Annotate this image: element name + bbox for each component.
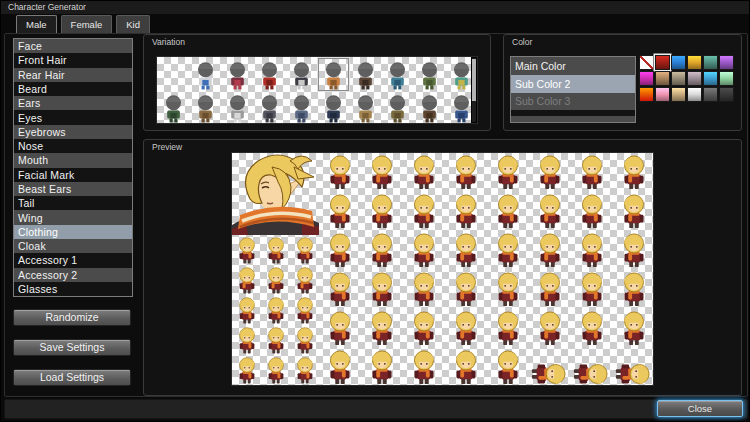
variation-item[interactable]: [350, 58, 381, 91]
walk-sprite: [292, 267, 318, 295]
part-item-wing[interactable]: Wing: [14, 210, 132, 224]
palette-swatch[interactable]: [671, 87, 686, 102]
part-item-nose[interactable]: Nose: [14, 139, 132, 153]
load-settings-button[interactable]: Load Settings: [13, 369, 131, 386]
part-item-tail[interactable]: Tail: [14, 196, 132, 210]
variation-item[interactable]: [414, 91, 445, 124]
variation-item[interactable]: [286, 58, 317, 91]
pose-sprite: [407, 272, 441, 308]
part-item-cloak[interactable]: Cloak: [14, 239, 132, 253]
variation-item[interactable]: [190, 91, 221, 124]
part-item-face[interactable]: Face: [14, 39, 132, 53]
pose-sprite: [533, 311, 567, 347]
pose-sprite: [533, 194, 567, 230]
part-item-accessory-2[interactable]: Accessory 2: [14, 268, 132, 282]
part-item-glasses[interactable]: Glasses: [14, 282, 132, 296]
palette-swatch[interactable]: [687, 55, 702, 70]
palette-swatch[interactable]: [719, 71, 734, 86]
variation-scrollbar-thumb[interactable]: [472, 59, 476, 101]
palette-swatch[interactable]: [671, 71, 686, 86]
palette-swatch[interactable]: [719, 87, 734, 102]
pose-sprite: [617, 194, 651, 230]
pose-sprite: [533, 155, 567, 191]
part-item-ears[interactable]: Ears: [14, 96, 132, 110]
variation-item[interactable]: [222, 91, 253, 124]
walk-sprite: [263, 357, 289, 385]
palette-swatch[interactable]: [703, 71, 718, 86]
pose-sprite: [575, 272, 609, 308]
pose-sprite: [407, 350, 441, 386]
character-portrait: [232, 153, 319, 235]
save-settings-button[interactable]: Save Settings: [13, 339, 131, 356]
variation-item[interactable]: [254, 58, 285, 91]
pose-sprite: [575, 155, 609, 191]
pose-sprite: [449, 350, 483, 386]
character-generator-window: Character Generator MaleFemaleKid FaceFr…: [0, 0, 750, 422]
part-item-accessory-1[interactable]: Accessory 1: [14, 253, 132, 267]
variation-scrollbar[interactable]: [471, 57, 477, 123]
palette-swatch[interactable]: [687, 87, 702, 102]
palette-swatch[interactable]: [719, 55, 734, 70]
variation-panel-label: Variation: [152, 37, 185, 47]
variation-item[interactable]: [190, 58, 221, 91]
part-item-front-hair[interactable]: Front Hair: [14, 53, 132, 67]
randomize-button[interactable]: Randomize: [13, 309, 131, 326]
tab-male[interactable]: Male: [16, 15, 57, 34]
variation-item[interactable]: [382, 91, 413, 124]
pose-sprite: [449, 194, 483, 230]
variation-item[interactable]: [318, 91, 349, 124]
palette-swatch[interactable]: [687, 71, 702, 86]
tab-kid[interactable]: Kid: [116, 15, 150, 34]
palette-swatch[interactable]: [655, 71, 670, 86]
variation-item[interactable]: [414, 58, 445, 91]
pose-sprite: [407, 194, 441, 230]
walk-sprite: [234, 267, 260, 295]
variation-grid: [156, 56, 478, 124]
variation-item-none[interactable]: [158, 58, 189, 91]
pose-sprite: [449, 155, 483, 191]
variation-item[interactable]: [350, 91, 381, 124]
pose-sprite: [323, 155, 357, 191]
palette-swatch[interactable]: [655, 55, 670, 70]
palette-swatch[interactable]: [639, 87, 654, 102]
pose-sprite: [533, 350, 567, 386]
walk-sprite: [234, 327, 260, 355]
variation-item[interactable]: [158, 91, 189, 124]
pose-sprite: [533, 233, 567, 269]
part-item-clothing[interactable]: Clothing: [14, 225, 132, 239]
walk-sprite: [292, 297, 318, 325]
pose-sprite: [323, 311, 357, 347]
pose-sprite: [617, 272, 651, 308]
palette-swatch-none[interactable]: [639, 55, 654, 70]
pose-sprite: [407, 311, 441, 347]
pose-sprite: [491, 311, 525, 347]
variation-item[interactable]: [254, 91, 285, 124]
variation-item[interactable]: [382, 58, 413, 91]
pose-sprite: [533, 272, 567, 308]
color-slot-main-color[interactable]: Main Color: [511, 57, 635, 75]
color-slot-sub-color-2[interactable]: Sub Color 2: [511, 75, 635, 93]
pose-sprite: [365, 155, 399, 191]
variation-item[interactable]: [318, 58, 349, 91]
palette-swatch[interactable]: [639, 71, 654, 86]
part-item-rear-hair[interactable]: Rear Hair: [14, 68, 132, 82]
pose-sprite: [491, 155, 525, 191]
palette-swatch[interactable]: [703, 55, 718, 70]
palette-swatch[interactable]: [671, 55, 686, 70]
palette-swatch[interactable]: [655, 87, 670, 102]
walk-sprite: [263, 297, 289, 325]
part-item-facial-mark[interactable]: Facial Mark: [14, 168, 132, 182]
part-item-mouth[interactable]: Mouth: [14, 153, 132, 167]
close-button[interactable]: Close: [657, 400, 743, 417]
part-item-beast-ears[interactable]: Beast Ears: [14, 182, 132, 196]
variation-item[interactable]: [286, 91, 317, 124]
palette-swatch[interactable]: [703, 87, 718, 102]
tab-female[interactable]: Female: [61, 15, 113, 34]
part-item-beard[interactable]: Beard: [14, 82, 132, 96]
walk-sprite: [292, 327, 318, 355]
color-slot-sub-color-3[interactable]: Sub Color 3: [511, 93, 635, 111]
title-bar: Character Generator: [1, 1, 750, 14]
part-item-eyebrows[interactable]: Eyebrows: [14, 125, 132, 139]
part-item-eyes[interactable]: Eyes: [14, 110, 132, 124]
variation-item[interactable]: [222, 58, 253, 91]
